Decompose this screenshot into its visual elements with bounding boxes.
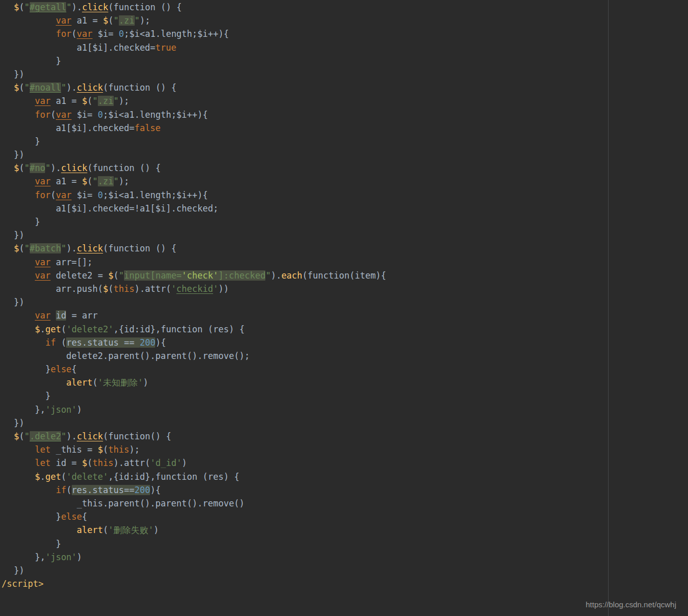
code-token: ( [103,525,108,535]
code-token: " [25,431,30,441]
code-token: ). [66,431,76,441]
code-token: a1 = [72,15,103,26]
code-token [14,257,35,267]
code-token: alert [77,525,103,535]
code-line[interactable]: arr.push($(this).attr('checkid')) [14,282,386,295]
code-line[interactable]: delete2.parent().parent().remove(); [14,349,386,363]
code-line[interactable]: }) [14,295,386,309]
code-line[interactable]: $.get('delete',{id:id},function (res) { [14,470,386,483]
code-line[interactable]: } [14,54,386,68]
code-token: #no [30,163,46,173]
code-token: ( [19,431,24,441]
code-token: $ [14,2,19,12]
code-line[interactable]: },'json') [14,403,386,416]
code-editor[interactable]: $("#getall").click(function () { var a1 … [0,0,688,616]
code-line[interactable]: } [14,135,386,148]
code-line[interactable]: a1[$i].checked=true [14,41,386,54]
code-line[interactable]: }else{ [14,363,386,376]
code-line[interactable]: alert('删除失败') [14,523,386,537]
code-token: ); [119,96,129,106]
code-token: var [35,257,51,267]
code-token: a1[$i].checked= [14,43,155,53]
code-token: ) [77,405,82,415]
code-line[interactable]: if(res.status==200){ [14,483,386,497]
code-token: ) [77,552,82,562]
code-line[interactable]: if (res.status == 200){ [14,336,386,349]
code-token: delete2 = [51,270,109,281]
code-line[interactable]: _this.parent().parent().remove() [14,497,386,510]
code-token: for [56,29,72,39]
code-line[interactable]: } [14,215,386,228]
code-token: var [77,29,93,39]
code-line[interactable]: }else{ [14,510,386,523]
code-line[interactable]: for(var $i= 0;$i<a1.length;$i++){ [14,188,386,202]
code-token: $i= [72,110,98,120]
code-token: click [77,431,103,441]
code-token [14,444,35,455]
code-token: var [35,310,51,321]
csdn-watermark: https://blog.csdn.net/qcwhj [586,600,676,609]
code-line[interactable]: } [14,389,386,402]
code-token: ){ [155,337,165,348]
code-token: $i= [72,190,98,200]
code-line[interactable]: let id = $(this).attr('d_id') [14,456,386,470]
code-line[interactable]: let _this = $(this); [14,443,386,456]
code-line[interactable]: }) [14,564,386,577]
code-line[interactable]: var arr=[]; [14,256,386,269]
code-line[interactable]: var id = arr [14,309,386,322]
code-token: '删除失败' [108,525,153,535]
code-token [14,270,35,281]
code-line[interactable]: alert('未知删除') [14,376,386,389]
code-line[interactable]: $(".dele2").click(function() { [14,430,386,443]
code-token: $ [35,472,40,482]
code-token: " [265,270,270,281]
code-token: = arr [66,310,97,321]
code-token: (function () { [87,163,160,173]
code-token: (function(item){ [302,270,386,281]
code-token [14,310,35,321]
code-line[interactable]: a1[$i].checked=!a1[$i].checked; [14,202,386,215]
code-line[interactable]: $("#getall").click(function () { [14,1,386,14]
code-token: click [77,243,103,253]
code-token: #noall [30,82,61,93]
code-line[interactable]: for(var $i= 0;$i<a1.length;$i++){ [14,108,386,121]
code-token: )) [218,284,228,294]
code-line[interactable]: $("#no").click(function () { [14,161,386,175]
code-token: a1 = [51,176,82,186]
code-token: }, [14,405,45,415]
code-line[interactable]: var a1 = $(".zi"); [14,94,386,108]
code-line[interactable]: var a1 = $(".zi"); [14,175,386,188]
code-token: ). [72,2,82,12]
code-line[interactable]: } [14,537,386,550]
code-token: } [14,217,40,227]
code-line[interactable]: }) [14,416,386,430]
code-token: .zi [98,176,114,186]
code-token: ). [66,82,76,93]
code-token: 0 [119,29,124,39]
code-token [14,324,35,334]
code-token: " [25,2,30,12]
code-line[interactable]: /script> [2,577,386,590]
code-token [14,176,35,186]
code-token: " [25,163,30,173]
code-line[interactable]: for(var $i= 0;$i<a1.length;$i++){ [14,27,386,40]
code-token: get [45,324,61,334]
code-token: checkid [176,284,213,294]
code-line[interactable]: }) [14,148,386,161]
code-token: }) [14,69,24,79]
code-token: ,{id:id},function (res) { [114,324,245,334]
code-line[interactable]: $("#noall").click(function () { [14,81,386,94]
code-area[interactable]: $("#getall").click(function () { var a1 … [0,0,386,590]
code-line[interactable]: },'json') [14,550,386,564]
code-line[interactable]: $("#batch").click(function () { [14,242,386,255]
code-token: a1[$i].checked=!a1[$i].checked; [14,203,218,214]
code-line[interactable]: }) [14,228,386,242]
code-line[interactable]: a1[$i].checked=false [14,121,386,135]
code-token: .zi [119,15,135,26]
code-line[interactable]: var delete2 = $("input[name='check']:che… [14,269,386,282]
code-token [14,525,77,535]
code-line[interactable]: }) [14,68,386,81]
code-line[interactable]: var a1 = $(".zi"); [14,14,386,27]
code-token: ( [108,284,113,294]
code-line[interactable]: $.get('delete2',{id:id},function (res) { [14,323,386,336]
